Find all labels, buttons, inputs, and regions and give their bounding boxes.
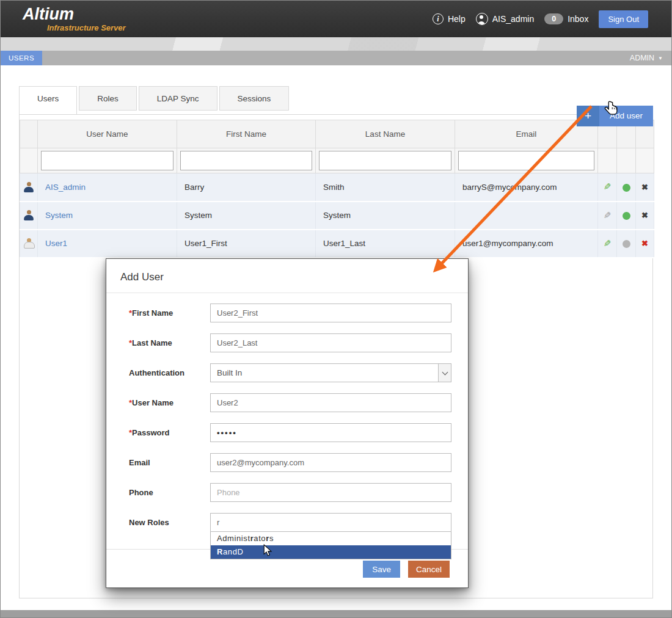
tab-roles[interactable]: Roles	[79, 86, 137, 111]
nav-item-users[interactable]: USERS	[1, 51, 42, 65]
phone-label: Phone	[129, 488, 210, 497]
filter-input-first-name[interactable]	[180, 151, 312, 170]
users-table: User NameFirst NameLast NameEmail AIS_ad…	[20, 120, 654, 258]
filter-cell-empty	[20, 148, 38, 173]
delete-cell: ✖	[636, 173, 654, 202]
first-name-input[interactable]	[210, 304, 451, 322]
user-avatar-icon	[24, 182, 34, 192]
status-icon	[623, 240, 630, 248]
first-name-cell: Barry	[177, 173, 316, 202]
delete-icon[interactable]: ✖	[641, 239, 648, 248]
avatar-column-header	[20, 120, 38, 148]
table-row: SystemSystemSystem✎✖	[20, 202, 654, 230]
delete-cell: ✖	[636, 202, 654, 230]
phone-field[interactable]	[210, 483, 451, 502]
avatar-cell	[20, 202, 38, 230]
edit-icon[interactable]: ✎	[604, 181, 612, 192]
edit-cell: ✎	[598, 173, 617, 202]
user-name-label: *User Name	[129, 398, 210, 407]
status-icon	[623, 212, 630, 220]
first-name-label: *First Name	[129, 308, 210, 318]
user-link[interactable]: AIS_admin	[45, 183, 86, 192]
table-header-row: User NameFirst NameLast NameEmail	[20, 120, 654, 148]
user-icon	[476, 13, 488, 25]
delete-icon[interactable]: ✖	[641, 211, 648, 220]
authentication-select[interactable]: Built In	[210, 363, 451, 382]
app-window: Altium Infrastructure Server i Help AIS_…	[0, 0, 672, 618]
plus-icon: +	[577, 106, 599, 126]
field-new-roles: New Roles AdministratorsRandD	[129, 513, 468, 532]
help-label: Help	[448, 14, 466, 24]
chevron-down-icon: ▼	[658, 56, 663, 61]
field-email: Email	[129, 453, 468, 472]
filter-cell-user-name	[38, 148, 177, 173]
authentication-value: Built In	[217, 368, 242, 377]
user-avatar-icon	[24, 238, 34, 249]
filter-input-last-name[interactable]	[319, 151, 451, 170]
column-header-first-name[interactable]: First Name	[177, 120, 316, 148]
filter-input-user-name[interactable]	[41, 151, 173, 170]
last-name-cell: User1_Last	[316, 230, 455, 258]
table-row: User1User1_FirstUser1_Lastuser1@mycompan…	[20, 230, 654, 258]
field-authentication: Authentication Built In	[129, 363, 468, 382]
email-cell: user1@mycompany.com	[455, 230, 598, 258]
edit-cell: ✎	[598, 230, 617, 258]
add-user-label: Add user	[599, 106, 653, 126]
user-name-input[interactable]	[210, 393, 451, 412]
roles-dropdown-list: AdministratorsRandD	[210, 532, 451, 559]
filter-cell-last-name	[316, 148, 455, 173]
filter-cell-empty	[636, 148, 654, 173]
avatar-cell	[20, 230, 38, 258]
cancel-button[interactable]: Cancel	[408, 561, 450, 578]
inbox-label: Inbox	[568, 14, 588, 24]
filter-cell-empty	[598, 148, 617, 173]
email-field[interactable]	[210, 453, 451, 472]
table-row: AIS_adminBarrySmithbarryS@mycompany.com✎…	[20, 173, 654, 202]
chevron-down-icon	[438, 364, 451, 382]
admin-label: ADMIN	[630, 54, 654, 62]
field-phone: Phone	[129, 483, 468, 502]
email-cell	[455, 202, 598, 230]
current-username: AIS_admin	[492, 14, 534, 24]
last-name-input[interactable]	[210, 333, 451, 352]
user-name-cell: System	[38, 202, 177, 230]
help-button[interactable]: i Help	[433, 13, 466, 24]
tabs: UsersRolesLDAP SyncSessions	[19, 86, 653, 114]
inbox-button[interactable]: 0 Inbox	[544, 13, 588, 24]
user-avatar-icon	[24, 210, 34, 220]
user-link[interactable]: System	[45, 211, 73, 220]
footer-bar	[1, 610, 671, 617]
status-icon	[623, 184, 630, 192]
edit-icon[interactable]: ✎	[604, 238, 612, 249]
edit-icon[interactable]: ✎	[604, 210, 612, 221]
role-option-administrators[interactable]: Administrators	[211, 532, 451, 545]
modal-title: Add User	[106, 259, 468, 293]
new-roles-input[interactable]	[210, 513, 451, 532]
column-header-user-name[interactable]: User Name	[38, 120, 177, 148]
add-user-button[interactable]: + Add user	[577, 106, 653, 126]
tab-ldap-sync[interactable]: LDAP Sync	[139, 86, 217, 111]
role-option-randd[interactable]: RandD	[211, 545, 451, 559]
email-cell: barryS@mycompany.com	[455, 173, 598, 202]
user-link[interactable]: User1	[45, 239, 67, 248]
top-header-bar: Altium Infrastructure Server i Help AIS_…	[1, 1, 671, 37]
delete-icon[interactable]: ✖	[641, 183, 648, 192]
user-name-cell: AIS_admin	[38, 173, 177, 202]
field-user-name: *User Name	[129, 393, 468, 412]
email-label: Email	[129, 458, 210, 467]
tab-sessions[interactable]: Sessions	[219, 86, 290, 111]
sign-out-button[interactable]: Sign Out	[599, 10, 648, 28]
authentication-label: Authentication	[129, 368, 210, 377]
save-button[interactable]: Save	[363, 561, 400, 578]
filter-cell-email	[455, 148, 598, 173]
table-filter-row	[20, 148, 654, 173]
status-cell	[617, 230, 636, 258]
avatar-cell	[20, 173, 38, 202]
password-input[interactable]	[210, 423, 451, 442]
admin-dropdown[interactable]: ADMIN ▼	[630, 54, 663, 62]
column-header-last-name[interactable]: Last Name	[316, 120, 455, 148]
current-user-menu[interactable]: AIS_admin	[476, 13, 534, 25]
tab-users[interactable]: Users	[19, 86, 77, 114]
filter-input-email[interactable]	[458, 151, 594, 170]
first-name-cell: User1_First	[177, 230, 316, 258]
